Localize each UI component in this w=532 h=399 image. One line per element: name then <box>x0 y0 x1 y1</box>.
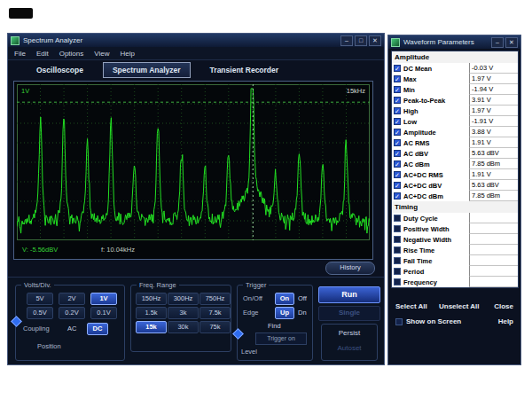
param-value: 5.63 dBV <box>469 148 518 159</box>
voltsdiv-0-2v[interactable]: 0.2V <box>59 307 85 319</box>
param-value: -1.94 V <box>469 84 518 95</box>
select-all-button[interactable]: Select All <box>395 302 427 310</box>
volts-div-group-label: Volts/Div. <box>21 281 54 289</box>
main-maximize-button[interactable]: □ <box>355 35 367 46</box>
param-label: AC dBm <box>403 160 430 168</box>
param-checkbox-positive-width[interactable] <box>394 225 401 232</box>
param-checkbox-dc-mean[interactable]: ✓ <box>394 65 401 72</box>
control-panel: Volts/Div. Coupling AC DC Position 5V2V1… <box>8 277 384 364</box>
param-checkbox-peak-to-peak[interactable]: ✓ <box>394 97 401 104</box>
coupling-dc-option[interactable]: DC <box>87 323 108 335</box>
param-value <box>469 245 518 255</box>
freqrange-30k[interactable]: 30k <box>168 321 199 333</box>
tab-transient-recorder[interactable]: Transient Recorder <box>201 63 287 77</box>
param-label: AC+DC dBV <box>403 182 442 190</box>
freqrange-1-5k[interactable]: 1.5k <box>136 307 167 319</box>
param-checkbox-amplitude[interactable]: ✓ <box>394 129 401 136</box>
history-button[interactable]: History <box>325 262 375 275</box>
param-value <box>469 234 518 245</box>
close-button[interactable]: Close <box>494 302 513 310</box>
position-slider[interactable] <box>11 316 22 327</box>
voltsdiv-0-1v[interactable]: 0.1V <box>90 307 117 319</box>
freqrange-15k[interactable]: 15k <box>136 321 167 333</box>
trigger-edge-dn-button[interactable]: Dn <box>298 309 307 317</box>
param-value: 5.63 dBV <box>469 180 518 191</box>
trigger-edge-up-button[interactable]: Up <box>275 307 294 319</box>
trigger-edge-label: Edge <box>243 309 259 317</box>
persist-button[interactable]: Persist <box>322 329 377 337</box>
trigger-find-button[interactable]: Find <box>268 322 281 330</box>
params-titlebar[interactable]: Waveform Parameters –✕ <box>388 35 520 49</box>
param-value <box>469 213 518 223</box>
spectrum-plot[interactable] <box>17 84 370 240</box>
help-button[interactable]: Help <box>498 317 513 325</box>
single-button[interactable]: Single <box>318 306 380 321</box>
param-checkbox-ac-rms[interactable]: ✓ <box>394 139 401 146</box>
param-row-ac-rms: ✓AC RMS1.91 V <box>392 137 518 148</box>
param-checkbox-negative-width[interactable] <box>394 236 401 243</box>
position-label: Position <box>37 342 61 350</box>
main-titlebar[interactable]: Spectrum Analyzer –□✕ <box>8 34 384 47</box>
param-label: AC+DC dBm <box>403 192 443 200</box>
voltsdiv-2v[interactable]: 2V <box>59 293 85 305</box>
params-close-button[interactable]: ✕ <box>505 37 518 48</box>
param-row-positive-width: Positive Width <box>392 223 518 234</box>
param-row-low: ✓Low-1.91 V <box>392 116 518 127</box>
trigger-off-button[interactable]: Off <box>298 294 307 302</box>
freqrange-300hz[interactable]: 300Hz <box>168 293 199 305</box>
param-row-ac-dc-dbm: ✓AC+DC dBm7.85 dBm <box>392 191 518 201</box>
freqrange-3k[interactable]: 3k <box>168 307 199 319</box>
spectrum-analyzer-window: Spectrum Analyzer –□✕ FileEditOptionsVie… <box>7 33 385 365</box>
param-value <box>469 255 518 266</box>
menu-edit[interactable]: Edit <box>36 50 49 58</box>
show-on-screen-checkbox[interactable] <box>395 318 403 325</box>
menu-help[interactable]: Help <box>120 50 134 58</box>
param-checkbox-duty-cycle[interactable] <box>394 215 401 222</box>
param-value: 3.91 V <box>469 95 518 106</box>
params-window-title: Waveform Parameters <box>403 38 474 46</box>
param-checkbox-low[interactable]: ✓ <box>394 118 401 125</box>
menu-options[interactable]: Options <box>59 50 84 58</box>
unselect-all-button[interactable]: Unselect All <box>439 302 480 310</box>
param-checkbox-period[interactable] <box>394 268 401 275</box>
run-button[interactable]: Run <box>318 286 380 303</box>
param-checkbox-ac-dc-rms[interactable]: ✓ <box>394 171 401 178</box>
params-minimize-button[interactable]: – <box>491 37 504 48</box>
param-checkbox-ac-dbm[interactable]: ✓ <box>394 160 401 168</box>
main-minimize-button[interactable]: – <box>340 35 353 46</box>
param-label: Rise Time <box>403 246 434 254</box>
voltsdiv-1v[interactable]: 1V <box>90 293 117 305</box>
menu-view[interactable]: View <box>94 50 109 58</box>
tab-bar: OscilloscopeSpectrum AnalyzerTransient R… <box>8 60 384 80</box>
param-label: Low <box>403 118 417 126</box>
param-checkbox-ac-dc-dbv[interactable]: ✓ <box>394 182 401 189</box>
param-checkbox-frequency[interactable] <box>394 278 401 286</box>
freqrange-7-5k[interactable]: 7.5k <box>200 307 231 319</box>
param-checkbox-max[interactable]: ✓ <box>394 75 401 82</box>
tab-spectrum-analyzer[interactable]: Spectrum Analyzer <box>103 62 191 78</box>
voltsdiv-0-5v[interactable]: 0.5V <box>27 307 53 319</box>
main-close-button[interactable]: ✕ <box>369 35 381 46</box>
freqrange-150hz[interactable]: 150Hz <box>136 293 167 305</box>
trigger-on-button[interactable]: On <box>275 293 294 305</box>
trigger-level-slider[interactable] <box>232 328 244 340</box>
freqrange-750hz[interactable]: 750Hz <box>200 293 231 305</box>
show-on-screen-label: Show on Screen <box>406 317 461 325</box>
param-checkbox-rise-time[interactable] <box>394 246 401 254</box>
freqrange-75k[interactable]: 75k <box>200 321 231 333</box>
params-window-controls: –✕ <box>491 37 520 48</box>
spectrum-trace <box>17 89 370 233</box>
param-checkbox-min[interactable]: ✓ <box>394 86 401 93</box>
tab-oscilloscope[interactable]: Oscilloscope <box>27 63 92 77</box>
param-label: Positive Width <box>403 225 450 233</box>
trigger-source-select[interactable]: Trigger on <box>255 332 307 345</box>
param-checkbox-high[interactable]: ✓ <box>394 107 401 114</box>
param-checkbox-ac-dc-dbm[interactable]: ✓ <box>394 192 401 200</box>
coupling-ac-option[interactable]: AC <box>67 325 76 332</box>
window-title: Spectrum Analyzer <box>23 36 82 44</box>
menu-file[interactable]: File <box>14 50 26 58</box>
voltsdiv-5v[interactable]: 5V <box>27 293 53 305</box>
param-checkbox-fall-time[interactable] <box>394 257 401 264</box>
param-checkbox-ac-dbv[interactable]: ✓ <box>394 150 401 157</box>
autoset-button[interactable]: Autoset <box>322 344 377 352</box>
